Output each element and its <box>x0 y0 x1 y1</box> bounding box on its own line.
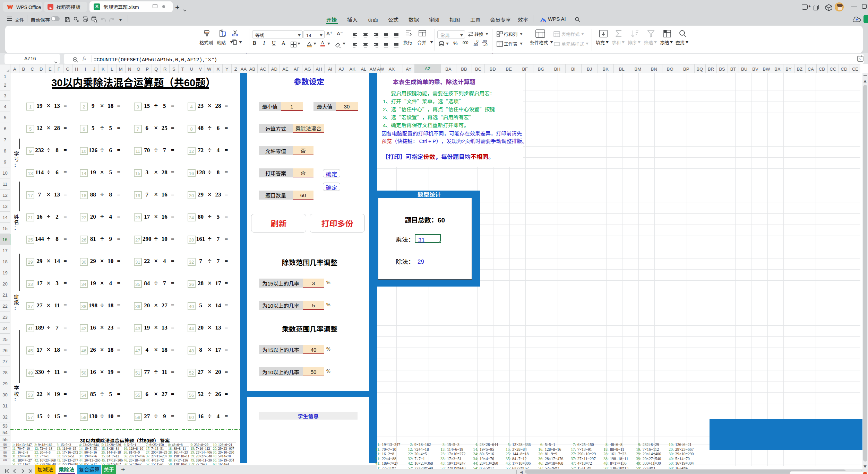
svg-text:fx: fx <box>859 58 861 61</box>
